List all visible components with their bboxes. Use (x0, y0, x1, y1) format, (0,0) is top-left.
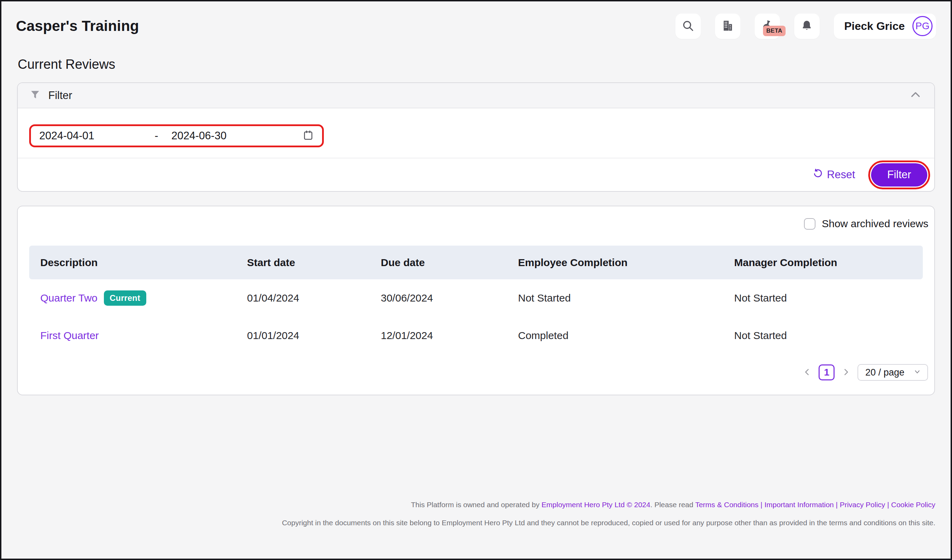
review-link[interactable]: Quarter Two (40, 292, 97, 304)
funnel-icon (29, 89, 41, 102)
search-icon (682, 20, 694, 33)
start-date-value[interactable]: 2024-04-01 (39, 130, 155, 142)
pagination: 1 20 / page (29, 364, 928, 381)
cookie-policy-link[interactable]: Cookie Policy (891, 501, 935, 509)
user-name: Pieck Grice (844, 20, 905, 32)
cell-manager-completion: Not Started (723, 317, 923, 354)
footer-separator: | (836, 501, 838, 509)
chevron-down-icon (913, 367, 921, 378)
calendar-icon[interactable] (303, 130, 314, 142)
cell-start-date: 01/01/2024 (236, 317, 370, 354)
filter-panel-body: 2024-04-01 - 2024-06-30 (18, 108, 934, 147)
filter-actions: Reset Filter (18, 159, 934, 191)
filter-panel: Filter 2024-04-01 - 2024-06-30 (17, 82, 935, 192)
current-badge: Current (104, 290, 146, 306)
reset-icon (812, 168, 823, 181)
important-information-link[interactable]: Important Information (764, 501, 834, 509)
beta-badge: BETA (763, 26, 785, 36)
top-bar-actions: BETA Pieck Grice PG (675, 14, 936, 39)
column-employee-completion: Employee Completion (507, 245, 723, 279)
app-title: Casper's Training (16, 18, 139, 34)
footer-text: This Platform is owned and operated by (411, 501, 542, 509)
table-row: First Quarter 01/01/2024 12/01/2024 Comp… (29, 317, 923, 354)
chevron-up-icon[interactable] (909, 89, 922, 102)
page-content: Current Reviews Filter 2024-04-01 - 2024… (2, 57, 950, 395)
cell-employee-completion: Completed (507, 317, 723, 354)
bell-icon (801, 20, 813, 33)
labs-button[interactable]: BETA (755, 14, 780, 39)
footer-separator: | (760, 501, 762, 509)
chevron-right-icon (842, 367, 850, 378)
show-archived-checkbox[interactable] (804, 218, 816, 230)
user-menu[interactable]: Pieck Grice PG (834, 14, 936, 39)
cell-start-date: 01/04/2024 (236, 279, 370, 317)
cell-manager-completion: Not Started (723, 279, 923, 317)
footer-line-2: Copyright in the documents on this site … (2, 514, 935, 532)
date-range-separator: - (155, 130, 158, 142)
column-start-date: Start date (236, 245, 370, 279)
page-size-value: 20 / page (865, 367, 904, 378)
footer-line-1: This Platform is owned and operated by E… (2, 496, 935, 514)
review-link[interactable]: First Quarter (40, 330, 99, 341)
date-range-input[interactable]: 2024-04-01 - 2024-06-30 (29, 124, 324, 147)
table-row: Quarter Two Current 01/04/2024 30/06/202… (29, 279, 923, 317)
cell-employee-completion: Not Started (507, 279, 723, 317)
employment-hero-link[interactable]: Employment Hero Pty Ltd © 2024 (542, 501, 651, 509)
filter-panel-title: Filter (48, 89, 72, 102)
show-archived-row: Show archived reviews (29, 216, 928, 231)
notifications-button[interactable] (794, 14, 820, 39)
column-manager-completion: Manager Completion (723, 245, 923, 279)
cell-due-date: 30/06/2024 (370, 279, 507, 317)
reset-label: Reset (827, 168, 855, 181)
privacy-policy-link[interactable]: Privacy Policy (840, 501, 885, 509)
footer-separator: | (887, 501, 889, 509)
reviews-panel: Show archived reviews Description Start … (17, 206, 935, 395)
building-icon (721, 19, 734, 33)
search-button[interactable] (675, 14, 701, 39)
cell-due-date: 12/01/2024 (370, 317, 507, 354)
end-date-value[interactable]: 2024-06-30 (171, 130, 227, 142)
chevron-left-icon (803, 367, 811, 378)
terms-link[interactable]: Terms & Conditions (695, 501, 759, 509)
column-due-date: Due date (370, 245, 507, 279)
table-header: Description Start date Due date Employee… (29, 245, 923, 279)
next-page-button[interactable] (842, 367, 850, 378)
reset-button[interactable]: Reset (812, 168, 855, 181)
page-number[interactable]: 1 (819, 364, 835, 380)
show-archived-label: Show archived reviews (822, 218, 928, 230)
avatar: PG (912, 16, 932, 36)
page-title: Current Reviews (18, 57, 935, 72)
footer: This Platform is owned and operated by E… (2, 496, 950, 532)
filter-panel-header[interactable]: Filter (18, 83, 934, 108)
column-description: Description (29, 245, 236, 279)
footer-text: . Please read (651, 501, 695, 509)
filter-submit-button[interactable]: Filter (871, 163, 927, 187)
filter-button-annotation: Filter (868, 160, 930, 189)
top-bar: Casper's Training (2, 2, 950, 51)
company-button[interactable] (715, 14, 740, 39)
page-size-select[interactable]: 20 / page (858, 364, 928, 381)
previous-page-button[interactable] (803, 367, 811, 378)
